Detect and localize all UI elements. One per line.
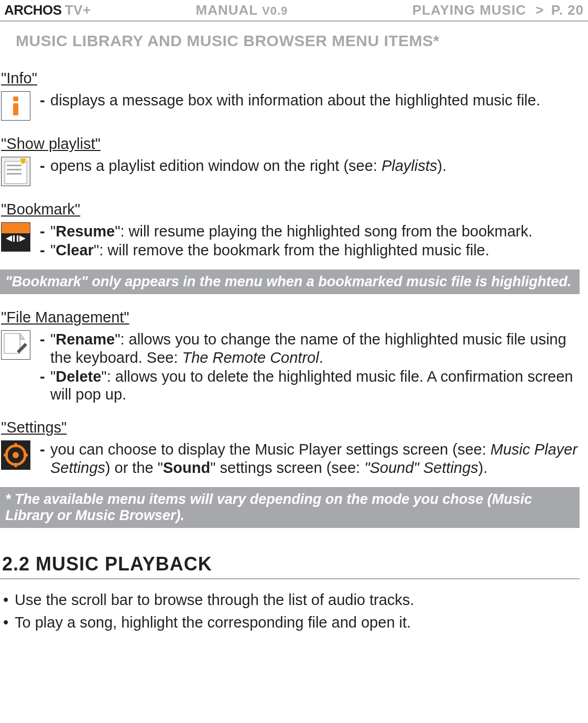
playback-bullet-1: Use the scroll bar to browse through the… xyxy=(15,590,414,610)
manual-label: MANUAL V0.9 xyxy=(196,2,288,18)
settings-text: you can choose to display the Music Play… xyxy=(50,440,580,476)
svg-rect-6 xyxy=(2,223,30,233)
settings-icon xyxy=(1,440,30,470)
manual-text: MANUAL xyxy=(196,2,258,18)
logo-sub: TV+ xyxy=(65,2,91,18)
breadcrumb-sep: > xyxy=(536,2,544,18)
dash: - xyxy=(40,241,46,259)
chapter-heading: 2.2 MUSIC PLAYBACK xyxy=(0,553,580,579)
heading-info: "Info" xyxy=(0,55,580,91)
svg-rect-10 xyxy=(13,235,15,242)
manual-version: V0.9 xyxy=(262,4,288,17)
heading-file-mgmt: "File Management" xyxy=(0,294,580,330)
logo-text: ARCHOS xyxy=(4,2,62,18)
file-delete-text: "Delete": allows you to delete the highl… xyxy=(50,368,580,403)
info-icon xyxy=(1,91,30,121)
bookmark-resume-text: "Resume": will resume playing the highli… xyxy=(50,222,532,240)
svg-rect-4 xyxy=(7,169,21,170)
svg-point-16 xyxy=(13,452,19,458)
bullet: • xyxy=(3,612,15,633)
heading-bookmark: "Bookmark" xyxy=(0,186,580,222)
brand-logo: ARCHOS TV+ xyxy=(4,2,91,18)
bookmark-clear-text: "Clear": will remove the bookmark from t… xyxy=(50,241,489,259)
svg-rect-0 xyxy=(13,96,18,101)
dash: - xyxy=(40,222,46,240)
file-mgmt-icon xyxy=(1,330,30,360)
note-star: * The available menu items will vary dep… xyxy=(0,487,580,528)
playback-bullet-2: To play a song, highlight the correspond… xyxy=(15,612,411,633)
svg-rect-11 xyxy=(17,235,18,242)
svg-rect-1 xyxy=(13,103,18,115)
dash: - xyxy=(40,157,46,175)
note-bookmark: "Bookmark" only appears in the menu when… xyxy=(0,269,580,294)
dash: - xyxy=(40,330,46,366)
heading-show-playlist: "Show playlist" xyxy=(0,121,580,157)
svg-rect-7 xyxy=(2,233,30,251)
bullet: • xyxy=(3,590,15,610)
file-rename-text: "Rename": allows you to change the name … xyxy=(50,330,580,366)
chapter-label: PLAYING MUSIC xyxy=(412,2,526,18)
svg-rect-3 xyxy=(7,165,21,166)
page-header: ARCHOS TV+ MANUAL V0.9 PLAYING MUSIC > P… xyxy=(0,0,588,21)
playlist-icon xyxy=(1,157,30,186)
dash: - xyxy=(40,368,46,403)
svg-marker-13 xyxy=(20,333,25,339)
dash: - xyxy=(40,91,46,109)
show-playlist-text: opens a playlist edition window on the r… xyxy=(50,157,447,175)
svg-rect-5 xyxy=(7,173,21,175)
bookmark-icon xyxy=(1,222,30,252)
section-title: MUSIC LIBRARY AND MUSIC BROWSER MENU ITE… xyxy=(0,21,588,50)
page-number: P. 20 xyxy=(551,2,584,18)
dash: - xyxy=(40,440,46,476)
info-text: displays a message box with information … xyxy=(50,91,540,109)
heading-settings: "Settings" xyxy=(0,404,580,440)
